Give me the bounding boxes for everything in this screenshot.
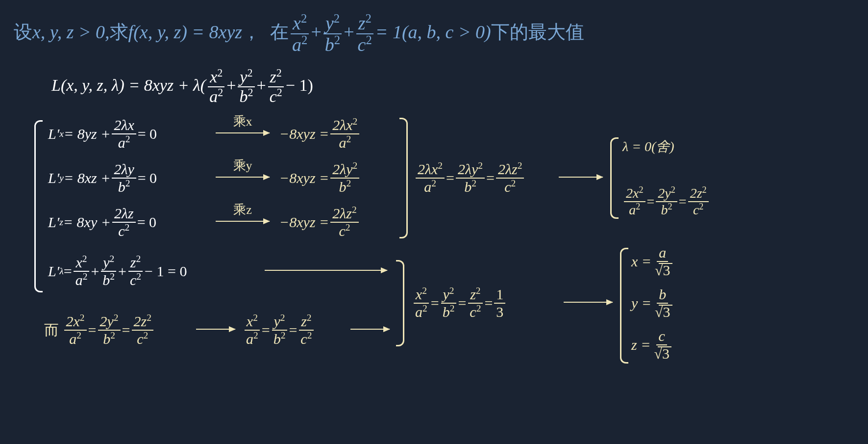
sol-y: y = b√3 [631, 287, 674, 319]
lagrangian-def: L(x, y, z, λ) = 8xyz + λ(x2a2+y2b2+z2c2−… [51, 69, 313, 105]
arrow-x2chain [350, 329, 390, 330]
frac-z2c2: z2c2 [356, 14, 374, 54]
frac-lz2c2: z2c2 [268, 69, 284, 105]
eq-neg8y: −8xyz = 2λy2b2 [279, 162, 361, 194]
brace-collect2 [396, 260, 404, 346]
eq-Lz: L′z = 8xy + 2λzc2 = 0 [48, 206, 156, 238]
arrow-muly [216, 177, 270, 178]
eq-onethird: x2a2 = y2b2 = z2c2 = 13 [412, 287, 507, 319]
eq-chain2l: 2λx2a2 = 2λy2b2 = 2λz2c2 [414, 162, 525, 194]
arrow-er [196, 329, 235, 330]
arrow-mulz [216, 221, 270, 222]
label-mulz: 乘z [233, 201, 252, 218]
eq-lambda0: λ = 0(舍) [622, 137, 674, 156]
eq1: = 1(a, b, c > 0) [375, 22, 491, 42]
problem-statement: 设x, y, z > 0,求f(x, y, z) = 8xyz， 在x2a2+y… [14, 14, 584, 54]
text-qiu: 求 [110, 22, 128, 42]
eq-er: 而 2x2a2 = 2y2b2 = 2z2c2 [44, 314, 155, 346]
comma: ， [242, 22, 261, 42]
eq-x2chain: x2a2 = y2b2 = z2c2 [243, 314, 315, 346]
text-zai: 在 [270, 22, 289, 42]
cond: x, y, z > 0, [32, 22, 110, 42]
brace-system [34, 120, 43, 292]
eq-Ly: L′y = 8xz + 2λyb2 = 0 [48, 162, 157, 194]
frac-ly2b2: y2b2 [237, 69, 255, 105]
arrow-mulx [216, 132, 270, 133]
frac-lx2a2: x2a2 [207, 69, 225, 105]
frac-x2a2: x2a2 [290, 14, 309, 54]
lagrangian-L: L(x, y, z, λ) = 8xyz + λ( [51, 76, 206, 94]
minus1: − 1) [286, 76, 313, 94]
eq-Lx: L′x = 8yz + 2λxa2 = 0 [48, 118, 157, 150]
sol-z: z = c√3 [631, 329, 673, 361]
text-she: 设 [14, 22, 32, 42]
eq-2x2chain: 2x2a2 = 2y2b2 = 2z2c2 [622, 186, 710, 217]
arrow-chain2l [559, 177, 603, 178]
func: f(x, y, z) = 8xyz [128, 22, 242, 42]
sol-x: x = a√3 [631, 245, 674, 278]
brace-cases [610, 137, 619, 219]
eq-neg8x: −8xyz = 2λx2a2 [279, 118, 361, 150]
frac-y2b2: y2b2 [323, 14, 342, 54]
arrow-final [564, 302, 613, 303]
brace-solution [620, 248, 628, 364]
eq-neg8z: −8xyz = 2λz2c2 [279, 206, 360, 238]
eq-Llambda: L′λ = x2a2+y2b2+z2c2 − 1 = 0 [48, 255, 187, 287]
brace-collect3 [399, 118, 408, 238]
arrow-lambda [265, 270, 387, 271]
text-tail: 下的最大值 [491, 22, 584, 42]
label-muly: 乘y [233, 157, 252, 174]
label-mulx: 乘x [233, 113, 252, 130]
